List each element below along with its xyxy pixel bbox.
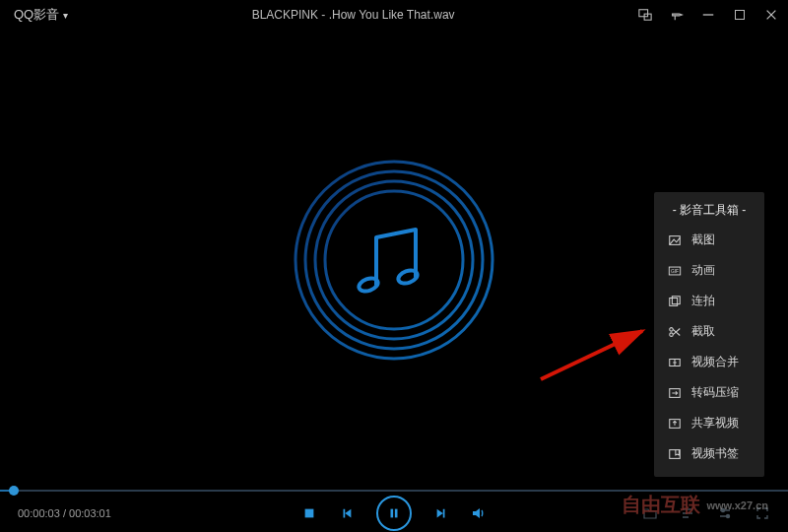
progress-track: [0, 490, 788, 492]
settings-button[interactable]: [717, 505, 733, 521]
playlist-button[interactable]: [680, 505, 695, 521]
open-file-button[interactable]: [642, 505, 658, 521]
window-controls: [638, 8, 782, 22]
svg-rect-3: [736, 11, 745, 20]
stop-button[interactable]: [301, 505, 317, 521]
svg-point-8: [315, 181, 473, 339]
fullscreen-button[interactable]: [755, 505, 770, 521]
tool-label: 转码压缩: [691, 384, 739, 401]
svg-rect-26: [305, 509, 314, 518]
tool-label: 视频书签: [691, 445, 739, 462]
mini-player-icon[interactable]: [638, 8, 652, 22]
tool-gif[interactable]: GIF 动画: [654, 255, 764, 286]
svg-point-29: [722, 509, 725, 512]
svg-rect-0: [639, 10, 648, 17]
file-title: BLACKPINK - .How You Like That.wav: [68, 8, 638, 22]
scissors-icon: [668, 325, 682, 339]
tool-label: 截图: [691, 232, 715, 248]
tool-label: 动画: [691, 262, 715, 279]
merge-icon: [668, 356, 682, 369]
svg-rect-16: [672, 296, 680, 303]
pin-icon[interactable]: [670, 8, 684, 22]
previous-button[interactable]: [339, 505, 355, 521]
audio-visualization: [286, 152, 502, 368]
app-title[interactable]: QQ影音 ▾: [14, 6, 68, 24]
tool-merge[interactable]: 视频合并: [654, 347, 764, 377]
transcode-icon: [668, 386, 682, 400]
screenshot-icon: [668, 233, 682, 247]
tool-label: 视频合并: [691, 354, 739, 370]
volume-button[interactable]: [471, 505, 487, 521]
total-duration: 00:03:01: [69, 507, 111, 519]
svg-point-17: [670, 327, 674, 331]
bookmark-icon: [668, 447, 682, 461]
svg-point-11: [397, 268, 420, 286]
tool-share[interactable]: 共享视频: [654, 408, 764, 438]
tool-screenshot[interactable]: 截图: [654, 225, 764, 255]
time-display: 00:00:03 / 00:03:01: [18, 507, 111, 519]
next-button[interactable]: [433, 505, 449, 521]
svg-rect-28: [395, 509, 398, 518]
tool-label: 连拍: [691, 293, 715, 309]
gif-icon: GIF: [668, 264, 682, 278]
titlebar: QQ影音 ▾ BLACKPINK - .How You Like That.wa…: [0, 0, 788, 30]
tool-label: 共享视频: [691, 415, 739, 432]
toolbox-title: - 影音工具箱 -: [654, 202, 764, 225]
close-icon[interactable]: [764, 8, 778, 22]
svg-point-18: [670, 332, 674, 336]
tool-burst[interactable]: 连拍: [654, 286, 764, 316]
right-controls: [642, 505, 770, 521]
svg-rect-27: [391, 509, 394, 518]
share-icon: [668, 417, 682, 431]
playback-controls: [301, 496, 487, 531]
maximize-icon[interactable]: [733, 8, 747, 22]
svg-point-7: [305, 171, 483, 349]
bottom-bar: 00:00:03 / 00:03:01: [0, 491, 788, 532]
svg-text:GIF: GIF: [671, 269, 679, 274]
app-name-label: QQ影音: [14, 6, 59, 24]
minimize-icon[interactable]: [701, 8, 715, 22]
svg-point-10: [358, 276, 380, 294]
play-pause-button[interactable]: [376, 496, 412, 531]
tool-trim[interactable]: 截取: [654, 316, 764, 347]
tool-transcode[interactable]: 转码压缩: [654, 377, 764, 408]
progress-bar[interactable]: [0, 487, 788, 495]
tool-label: 截取: [691, 323, 715, 340]
burst-icon: [668, 295, 682, 308]
elapsed-time: 00:00:03: [18, 507, 60, 519]
tool-bookmark[interactable]: 视频书签: [654, 438, 764, 469]
svg-point-30: [727, 515, 730, 518]
media-toolbox-panel: - 影音工具箱 - 截图 GIF 动画 连拍 截取 视频合并 转码压缩 共享视频…: [654, 192, 764, 477]
svg-point-9: [325, 191, 463, 329]
svg-rect-15: [670, 298, 678, 305]
controls-row: 00:00:03 / 00:03:01: [0, 495, 788, 532]
